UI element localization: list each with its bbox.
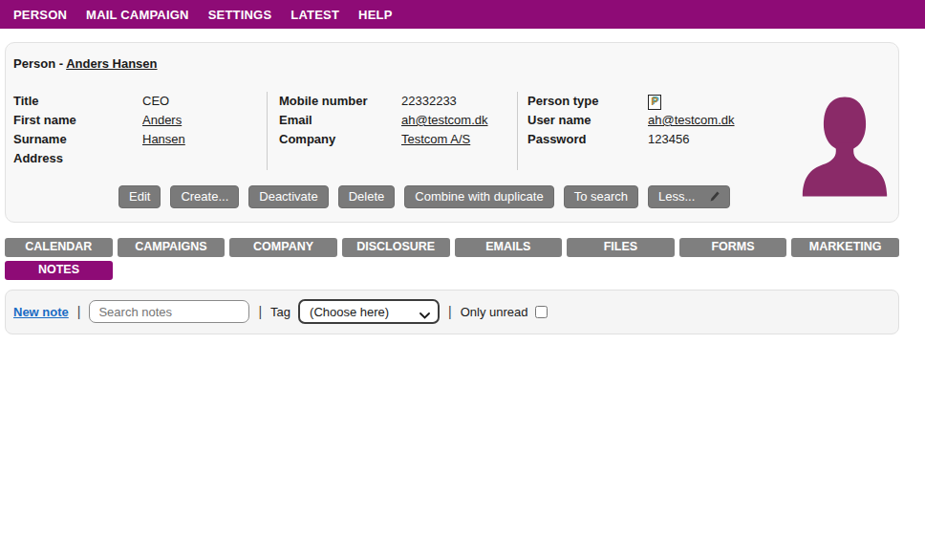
field-label: Address xyxy=(13,149,142,168)
field-column-identity: Title CEO First name Anders Surname Hans… xyxy=(6,92,267,170)
tab-campaigns[interactable]: CAMPAIGNS xyxy=(118,238,226,257)
toolbar-separator: | xyxy=(77,304,81,319)
field-label: First name xyxy=(13,111,142,130)
only-unread-checkbox[interactable] xyxy=(535,306,548,318)
notes-toolbar: New note | | Tag (Choose here) | Only un… xyxy=(5,290,899,334)
field-row-title: Title CEO xyxy=(13,92,267,111)
deactivate-button[interactable]: Deactivate xyxy=(248,185,328,208)
less-button[interactable]: Less... xyxy=(648,185,730,208)
field-value-title: CEO xyxy=(142,92,169,111)
field-row-email: Email ah@testcom.dk xyxy=(279,111,517,130)
delete-button[interactable]: Delete xyxy=(338,185,396,208)
field-value-person-type: P xyxy=(648,92,661,111)
tab-forms[interactable]: FORMS xyxy=(679,238,787,257)
nav-item-latest[interactable]: LATEST xyxy=(290,8,339,22)
tab-disclosure[interactable]: DISCLOSURE xyxy=(342,238,450,257)
create-button[interactable]: Create... xyxy=(170,185,239,208)
nav-item-settings[interactable]: SETTINGS xyxy=(208,8,272,22)
tab-row-1: CALENDAR CAMPAIGNS COMPANY DISCLOSURE EM… xyxy=(5,238,899,257)
action-button-row: Edit Create... Deactivate Delete Combine… xyxy=(118,185,898,208)
field-label: Mobile number xyxy=(279,92,401,111)
tab-files[interactable]: FILES xyxy=(567,238,675,257)
combine-with-duplicate-button[interactable]: Combine with duplicate xyxy=(404,185,553,208)
field-row-user-name: User name ah@testcom.dk xyxy=(527,111,785,130)
tag-select-value: (Choose here) xyxy=(310,305,389,319)
tab-marketing[interactable]: MARKETING xyxy=(791,238,899,257)
field-column-account: Person type P User name ah@testcom.dk Pa… xyxy=(517,92,785,170)
person-fields: Title CEO First name Anders Surname Hans… xyxy=(6,92,898,170)
field-row-person-type: Person type P xyxy=(527,92,785,111)
field-value-surname-link[interactable]: Hansen xyxy=(142,130,185,149)
field-value-mobile: 22332233 xyxy=(401,92,457,111)
field-value-password: 123456 xyxy=(648,130,689,149)
field-column-contact: Mobile number 22332233 Email ah@testcom.… xyxy=(267,92,517,170)
search-notes-input[interactable] xyxy=(89,300,249,323)
tab-notes-active[interactable]: NOTES xyxy=(5,261,113,280)
field-row-mobile: Mobile number 22332233 xyxy=(279,92,517,111)
person-avatar-icon xyxy=(801,95,889,197)
field-label: Email xyxy=(279,111,401,130)
field-label: Person type xyxy=(527,92,648,111)
tag-label: Tag xyxy=(270,305,290,319)
page-title-prefix: Person - xyxy=(13,56,63,71)
tab-row-2: NOTES xyxy=(5,261,899,280)
toolbar-separator: | xyxy=(448,304,452,319)
only-unread-label: Only unread xyxy=(461,305,528,319)
nav-item-person[interactable]: PERSON xyxy=(13,8,67,22)
field-label: User name xyxy=(527,111,648,130)
field-label: Title xyxy=(13,92,142,111)
field-label: Surname xyxy=(13,130,142,149)
tab-emails[interactable]: EMAILS xyxy=(455,238,563,257)
page-title: Person - Anders Hansen xyxy=(6,56,898,71)
chevron-down-icon xyxy=(419,308,430,322)
less-button-label: Less... xyxy=(658,189,695,204)
field-row-address: Address xyxy=(13,149,267,168)
field-label: Password xyxy=(527,130,648,149)
person-card: Person - Anders Hansen Title CEO First n… xyxy=(5,42,899,223)
tab-company[interactable]: COMPANY xyxy=(229,238,337,257)
to-search-button[interactable]: To search xyxy=(564,185,638,208)
field-value-user-name-link[interactable]: ah@testcom.dk xyxy=(648,111,735,130)
field-value-email-link[interactable]: ah@testcom.dk xyxy=(401,111,488,130)
nav-item-mail-campaign[interactable]: MAIL CAMPAIGN xyxy=(86,8,189,22)
field-value-company-link[interactable]: Testcom A/S xyxy=(401,130,470,149)
person-type-icon: P xyxy=(648,95,661,110)
toolbar-separator: | xyxy=(258,304,262,319)
pencil-icon xyxy=(710,191,720,203)
new-note-link[interactable]: New note xyxy=(13,305,69,319)
field-value-first-name-link[interactable]: Anders xyxy=(142,111,182,130)
section-tabs: CALENDAR CAMPAIGNS COMPANY DISCLOSURE EM… xyxy=(5,238,899,280)
edit-button[interactable]: Edit xyxy=(118,185,161,208)
field-row-company: Company Testcom A/S xyxy=(279,130,517,149)
top-navigation: PERSON MAIL CAMPAIGN SETTINGS LATEST HEL… xyxy=(0,0,925,29)
tab-calendar[interactable]: CALENDAR xyxy=(5,238,113,257)
field-row-first-name: First name Anders xyxy=(13,111,267,130)
field-row-password: Password 123456 xyxy=(527,130,785,149)
nav-item-help[interactable]: HELP xyxy=(358,8,392,22)
person-name-link[interactable]: Anders Hansen xyxy=(66,56,157,71)
field-label: Company xyxy=(279,130,401,149)
tag-select[interactable]: (Choose here) xyxy=(298,299,440,324)
field-row-surname: Surname Hansen xyxy=(13,130,267,149)
